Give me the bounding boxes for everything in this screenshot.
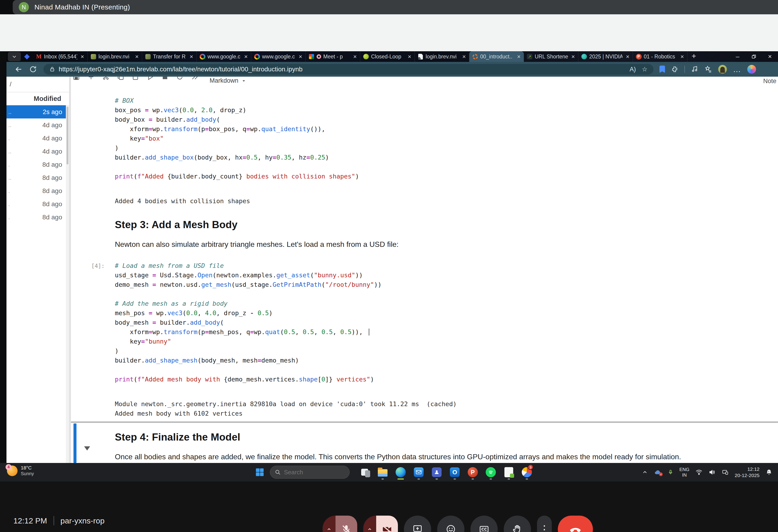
tab-close-icon[interactable]: × xyxy=(79,53,85,60)
collections-icon[interactable] xyxy=(704,65,712,73)
clock-widget[interactable]: 12:12 20-12-2025 xyxy=(735,466,760,479)
browser-tab[interactable]: 2025 | NVIDIA× xyxy=(578,51,633,62)
minimize-button[interactable]: – xyxy=(729,51,746,62)
volume-icon[interactable] xyxy=(708,469,715,475)
profile-avatar[interactable] xyxy=(718,65,727,74)
sidebar-scrollbar[interactable] xyxy=(66,105,69,463)
file-row[interactable]: .8d ago xyxy=(6,158,69,171)
tab-close-icon[interactable]: × xyxy=(297,53,304,60)
media-controls-icon[interactable] xyxy=(691,66,698,73)
nb-tool-icon[interactable] xyxy=(102,77,110,82)
nb-tool-icon[interactable] xyxy=(146,77,154,82)
extensions-icon[interactable] xyxy=(671,66,679,73)
file-explorer-taskbar-icon[interactable] xyxy=(376,464,390,480)
outlook-taskbar-icon[interactable]: O xyxy=(448,464,462,480)
file-row[interactable]: ..4d ago xyxy=(6,145,69,158)
powerpoint-taskbar-icon[interactable]: P xyxy=(466,464,480,480)
markdown-cell[interactable]: Step 4: Finalize the ModelOnce all bodie… xyxy=(115,430,748,462)
nb-tool-icon[interactable] xyxy=(176,77,184,82)
nb-tool-icon[interactable] xyxy=(190,77,199,82)
tab-close-icon[interactable]: × xyxy=(406,53,413,60)
markdown-cell[interactable]: Step 3: Add a Mesh BodyNewton can also s… xyxy=(115,218,748,249)
browser-tab[interactable]: login.brev.nvi× xyxy=(415,51,469,62)
nb-tool-icon[interactable] xyxy=(132,77,139,82)
search-input[interactable] xyxy=(284,469,337,476)
cam-off-options-chevron[interactable] xyxy=(363,516,376,532)
favorite-star-icon[interactable]: ☆ xyxy=(642,66,647,73)
tab-close-icon[interactable]: × xyxy=(516,53,522,60)
new-tab-button[interactable]: + xyxy=(687,52,701,62)
browser-tab[interactable]: www.google.c× xyxy=(197,51,251,62)
browser-tab[interactable]: Transfer for R× xyxy=(142,51,197,62)
task-view-taskbar-icon[interactable] xyxy=(358,464,372,480)
file-row[interactable]: .8d ago xyxy=(6,197,69,210)
mail-taskbar-icon[interactable] xyxy=(412,464,425,480)
tray-chevron-up-icon[interactable] xyxy=(642,469,648,475)
captions-button[interactable] xyxy=(470,516,498,532)
read-aloud-icon[interactable]: A) xyxy=(630,66,636,73)
tab-close-icon[interactable]: × xyxy=(134,53,140,60)
nb-tool-icon[interactable] xyxy=(87,77,95,82)
pinned-tab-diamond-icon[interactable] xyxy=(24,54,29,59)
taskbar-search[interactable] xyxy=(270,466,349,479)
breadcrumb[interactable]: / xyxy=(6,77,69,92)
present-button[interactable] xyxy=(404,516,431,532)
file-row[interactable]: .4d ago xyxy=(6,131,69,145)
file-row[interactable]: .8d ago xyxy=(6,210,69,224)
tab-close-icon[interactable]: × xyxy=(352,53,358,60)
back-button[interactable] xyxy=(14,65,23,74)
restore-button[interactable] xyxy=(746,51,762,62)
panel-divider[interactable] xyxy=(69,77,71,463)
refresh-button[interactable] xyxy=(29,65,37,73)
bookmarks-icon[interactable] xyxy=(659,66,665,73)
language-indicator[interactable]: ENGIN xyxy=(679,467,689,478)
more-options-button[interactable]: ⋮ xyxy=(537,516,552,532)
wifi-icon[interactable] xyxy=(696,469,702,475)
emoji-button[interactable] xyxy=(437,516,464,532)
tab-close-icon[interactable]: × xyxy=(679,53,685,60)
raise-hand-button[interactable] xyxy=(504,516,531,532)
close-window-button[interactable]: × xyxy=(762,51,778,62)
nb-tool-icon[interactable] xyxy=(117,77,125,82)
cam-off-button[interactable] xyxy=(376,516,398,532)
onedrive-icon[interactable]: × xyxy=(654,469,662,475)
code-cell[interactable]: [4]:# Load a mesh from a USD fileusd_sta… xyxy=(115,261,748,384)
notes-taskbar-icon[interactable] xyxy=(502,464,516,480)
collapse-triangle-icon[interactable] xyxy=(84,446,90,450)
edge-taskbar-icon[interactable] xyxy=(394,464,408,480)
settings-dots-icon[interactable]: … xyxy=(733,65,741,74)
file-row[interactable]: ..4d ago xyxy=(6,118,69,131)
browser-tab[interactable]: Closed-Loop× xyxy=(360,51,415,62)
spotify-taskbar-icon[interactable] xyxy=(484,464,498,480)
mic-off-options-chevron[interactable] xyxy=(323,516,335,532)
tab-close-icon[interactable]: × xyxy=(570,53,576,60)
browser-tab[interactable]: Meet - p× xyxy=(306,51,360,62)
nb-tool-icon[interactable] xyxy=(72,77,80,82)
tray-mic-icon[interactable] xyxy=(668,469,673,476)
copilot-icon[interactable] xyxy=(747,65,756,74)
browser-tab[interactable]: login.brev.nvi× xyxy=(88,51,142,62)
weather-widget[interactable]: 4 18°C Sunny xyxy=(7,465,34,476)
tab-close-icon[interactable]: × xyxy=(461,53,467,60)
phone-taskbar-icon[interactable]: 3 xyxy=(520,464,534,480)
end-call-button[interactable] xyxy=(558,516,593,532)
address-bar[interactable]: https://jupyter0-xaqj26e1m.brevlab.com/l… xyxy=(44,64,653,75)
tab-close-icon[interactable]: × xyxy=(625,53,631,60)
file-row[interactable]: ..8d ago xyxy=(6,171,69,184)
browser-tab[interactable]: www.google.c× xyxy=(251,51,306,62)
code-cell[interactable]: # BOXbox_pos = wp.vec3(0.0, 2.0, drop_z)… xyxy=(115,96,748,181)
browser-tab[interactable]: ↗URL Shortene× xyxy=(524,51,578,62)
browser-tab[interactable]: MInbox (65,544)× xyxy=(33,51,88,62)
nb-tool-icon[interactable] xyxy=(161,77,169,82)
file-row[interactable]: ..2s ago xyxy=(6,105,69,118)
browser-tab[interactable]: 00_introduct..× xyxy=(469,51,524,62)
tab-close-icon[interactable]: × xyxy=(243,53,249,60)
mic-off-button[interactable] xyxy=(335,516,357,532)
tab-search-button[interactable] xyxy=(8,52,21,61)
browser-tab[interactable]: P01 - Robotics× xyxy=(633,51,687,62)
modified-column-header[interactable]: Modified xyxy=(6,92,69,105)
notification-bell-icon[interactable]: z xyxy=(766,469,772,476)
file-row[interactable]: .8d ago xyxy=(6,184,69,197)
start-button[interactable] xyxy=(255,467,265,478)
cast-icon[interactable] xyxy=(721,469,729,475)
